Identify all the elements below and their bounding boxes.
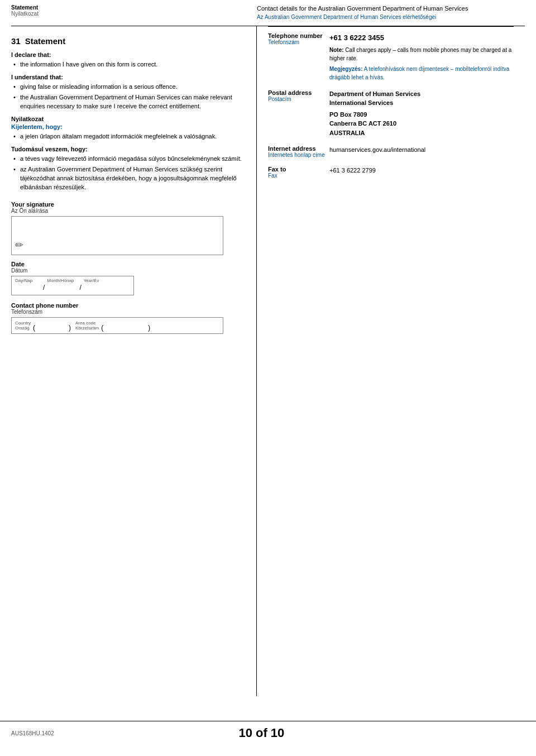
phone-fields-row: Country Ország ( ) Area code Körzetszám … (11, 317, 223, 334)
fax-label: Fax to (268, 166, 329, 173)
declare-bullet-1: the information I have given on this for… (11, 60, 245, 69)
tudomasul-bullet-1: a téves vagy félrevezető információ mega… (11, 155, 245, 164)
section-number: 31 (11, 36, 21, 46)
date-section: Date Dátum Day/Nap / Month/Hónap / (11, 261, 245, 295)
internet-row: Internet address Internetes honlap címe … (268, 145, 514, 158)
phone-section: Contact phone number Telefonszám Country… (11, 302, 245, 334)
phone-paren-close-2: ) (148, 324, 150, 332)
contact-heading: Contact details for the Australian Gover… (257, 4, 525, 13)
footer-doc-id: AUS168HU.1402 (11, 730, 54, 736)
internet-label: Internet address (268, 145, 329, 152)
postal-row: Postal address Postacím Department of Hu… (268, 89, 514, 138)
main-content: 31 Statement I declare that: the informa… (0, 26, 536, 696)
signature-sublabel: Az Ön aláírása (11, 208, 245, 214)
fax-label-col: Fax to Fax (268, 166, 329, 179)
postal-line1: Department of Human Services (329, 89, 514, 99)
postal-line5: AUSTRALIA (329, 128, 514, 138)
contact-divider (268, 26, 514, 27)
header-left-label: Statement (11, 4, 257, 11)
understand-heading: I understand that: (11, 74, 245, 80)
nyilatkozat-heading: Nyilatkozat (11, 116, 245, 122)
declare-heading: I declare that: (11, 51, 245, 58)
date-day-input[interactable] (15, 283, 37, 293)
kijelentem-bullets: a jelen űrlapon általam megadott informá… (11, 132, 245, 141)
contact-subheading: Az Australian Government Department of H… (257, 14, 525, 20)
date-sublabel: Dátum (11, 267, 245, 274)
date-year-input[interactable] (84, 283, 114, 293)
postal-line3-wrapper: PO Box 7809 Canberra BC ACT 2610 AUSTRAL… (329, 110, 514, 138)
telephone-value-col: +61 3 6222 3455 Note: Call charges apply… (329, 32, 514, 82)
telephone-sublabel: Telefonszám (268, 39, 329, 45)
phone-sublabel: Telefonszám (11, 309, 245, 315)
right-header-col: Contact details for the Australian Gover… (257, 4, 525, 23)
tudomasul-heading: Tudomásul veszem, hogy: (11, 146, 245, 152)
date-sep-2: / (79, 284, 81, 291)
telephone-value: +61 3 6222 3455 (329, 32, 514, 44)
understand-bullet-1: giving false or misleading information i… (11, 83, 245, 92)
phone-areacode-input[interactable] (103, 320, 148, 331)
section-31: 31 Statement I declare that: the informa… (11, 32, 245, 333)
phone-country-label: Country (15, 320, 31, 326)
postal-label-col: Postal address Postacím (268, 89, 329, 138)
telephone-note-row: Note: Call charges apply – calls from mo… (329, 46, 514, 63)
telephone-note-label: Note: (329, 47, 344, 53)
phone-country-sublabel: Ország (15, 326, 31, 331)
understand-bullets: giving false or misleading information i… (11, 83, 245, 111)
top-header: Statement Nyilatkozat Contact details fo… (11, 0, 525, 26)
declare-bullets: the information I have given on this for… (11, 60, 245, 69)
date-month-label: Month/Hónap (47, 278, 74, 283)
internet-label-col: Internet address Internetes honlap címe (268, 145, 329, 158)
phone-label: Contact phone number (11, 302, 245, 309)
telephone-note-text: Call charges apply – calls from mobile p… (329, 47, 511, 61)
footer-page: 10 of 10 (238, 726, 284, 740)
phone-paren-close-1: ) (69, 324, 71, 332)
tudomasul-bullet-2: az Australian Government Department of H… (11, 165, 245, 192)
fax-sublabel: Fax (268, 173, 329, 179)
postal-label: Postal address (268, 89, 329, 96)
postal-line4: Canberra BC ACT 2610 (329, 119, 514, 128)
section-title-row: 31 Statement (11, 32, 245, 49)
kijelentem-bullet-1: a jelen űrlapon általam megadott informá… (11, 132, 245, 141)
telephone-note2-row: Megjegyzés: A telefonhívások nem díjment… (329, 65, 514, 82)
date-month-group: Month/Hónap (47, 278, 74, 293)
date-fields-row: Day/Nap / Month/Hónap / Year/Év (11, 276, 134, 295)
postal-line3: PO Box 7809 (329, 110, 514, 119)
telephone-label: Telephone number (268, 32, 329, 39)
footer: AUS168HU.1402 10 of 10 (0, 721, 536, 745)
date-year-label: Year/Év (84, 278, 114, 283)
fax-row: Fax to Fax +61 3 6222 2799 (268, 166, 514, 179)
section-title: Statement (25, 36, 66, 46)
phone-country-group: Country Ország (15, 320, 31, 331)
telephone-row: Telephone number Telefonszám +61 3 6222 … (268, 32, 514, 82)
postal-sublabel: Postacím (268, 96, 329, 102)
date-day-group: Day/Nap (15, 278, 37, 293)
date-label: Date (11, 261, 245, 267)
phone-areacode-group: Area code Körzetszám (75, 320, 99, 331)
internet-value-col: humanservices.gov.au/international (329, 145, 514, 158)
signature-box[interactable]: ✏ (11, 216, 223, 255)
postal-value-col: Department of Human Services Internation… (329, 89, 514, 138)
page-container: Statement Nyilatkozat Contact details fo… (0, 0, 536, 756)
understand-bullet-2: the Australian Government Department of … (11, 93, 245, 111)
signature-section: Your signature Az Ön aláírása ✏ (11, 201, 245, 255)
phone-areacode-label: Area code (75, 320, 99, 326)
kijelentem-heading: Kijelentem, hogy: (11, 123, 245, 130)
left-panel: 31 Statement I declare that: the informa… (0, 26, 257, 696)
date-year-group: Year/Év (84, 278, 114, 293)
telephone-label-col: Telephone number Telefonszám (268, 32, 329, 82)
left-header-col: Statement Nyilatkozat (11, 4, 257, 23)
internet-sublabel: Internetes honlap címe (268, 152, 329, 158)
date-month-input[interactable] (47, 283, 69, 293)
date-sep-1: / (43, 284, 45, 291)
date-day-label: Day/Nap (15, 278, 37, 283)
right-panel: Telephone number Telefonszám +61 3 6222 … (257, 26, 525, 696)
telephone-note2-label: Megjegyzés: (329, 66, 362, 72)
pen-icon: ✏ (15, 239, 23, 251)
internet-value: humanservices.gov.au/international (329, 145, 514, 155)
postal-line2: International Services (329, 98, 514, 108)
phone-country-input[interactable] (35, 320, 69, 331)
header-left-sublabel: Nyilatkozat (11, 11, 257, 17)
phone-areacode-sublabel: Körzetszám (75, 326, 99, 331)
signature-label: Your signature (11, 201, 245, 208)
fax-value: +61 3 6222 2799 (329, 166, 514, 175)
